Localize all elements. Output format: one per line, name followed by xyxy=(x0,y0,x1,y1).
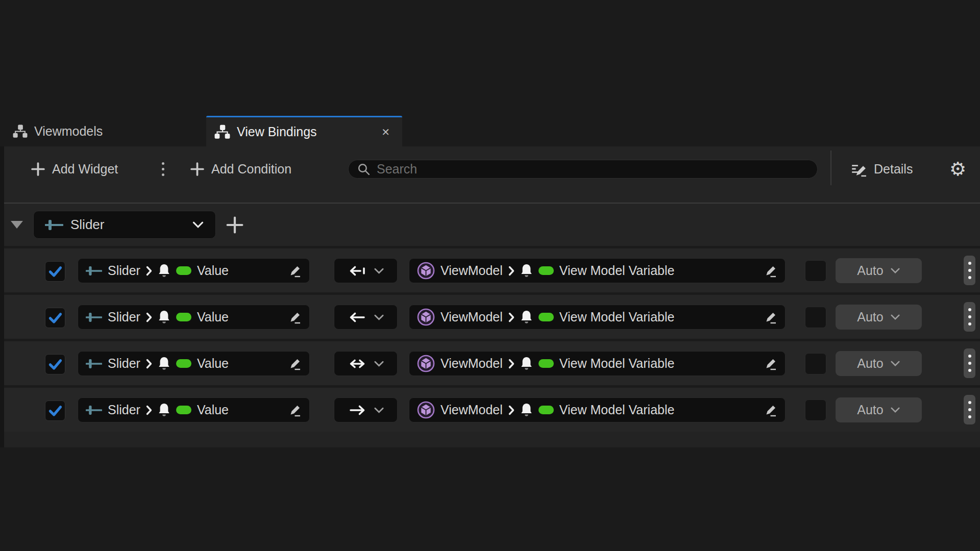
notify-bell-icon xyxy=(520,310,533,325)
edit-pencil-icon[interactable] xyxy=(764,264,777,278)
edit-pencil-icon[interactable] xyxy=(764,357,777,370)
settings-gear-icon[interactable]: ⚙ xyxy=(949,146,966,191)
details-button[interactable]: Details xyxy=(850,146,913,191)
exec-mode-dropdown[interactable]: Auto xyxy=(836,258,922,283)
property-type-pill xyxy=(176,359,191,368)
notify-bell-icon xyxy=(158,310,170,325)
group-expander-triangle-icon[interactable] xyxy=(11,221,23,229)
direction-one-time-to-widget-icon xyxy=(347,265,368,277)
binding-row: Slider Value ViewModel View Model Variab… xyxy=(0,341,980,385)
widget-name: Slider xyxy=(108,310,140,324)
add-widget-options-kebab-icon[interactable] xyxy=(159,159,166,179)
widget-path-button[interactable]: Slider Value xyxy=(78,258,310,283)
viewmodel-path-button[interactable]: ViewModel View Model Variable xyxy=(409,397,786,422)
direction-dropdown[interactable] xyxy=(334,351,398,376)
chevron-right-icon xyxy=(146,405,152,415)
exec-mode-label: Auto xyxy=(857,356,883,371)
secondary-checkbox[interactable] xyxy=(805,307,826,328)
details-edit-icon xyxy=(850,161,867,177)
property-type-pill xyxy=(176,313,191,321)
slider-widget-icon xyxy=(45,220,63,230)
viewmodel-name: ViewModel xyxy=(440,403,503,417)
viewmodel-name: ViewModel xyxy=(440,310,503,324)
viewmodel-path-button[interactable]: ViewModel View Model Variable xyxy=(409,351,786,376)
notify-bell-icon xyxy=(520,356,533,371)
row-options-kebab[interactable] xyxy=(964,256,975,285)
add-condition-label: Add Condition xyxy=(211,162,291,177)
direction-dropdown[interactable] xyxy=(334,258,398,283)
secondary-checkbox[interactable] xyxy=(805,260,826,282)
exec-mode-label: Auto xyxy=(857,263,883,278)
widget-property: Value xyxy=(197,310,229,324)
exec-mode-dropdown[interactable]: Auto xyxy=(836,397,922,422)
secondary-checkbox[interactable] xyxy=(805,353,826,374)
property-type-pill xyxy=(176,266,191,275)
edit-pencil-icon[interactable] xyxy=(288,264,302,278)
search-box[interactable] xyxy=(348,160,818,179)
row-options-kebab[interactable] xyxy=(964,395,975,424)
slider-widget-icon xyxy=(86,313,102,322)
chevron-down-icon xyxy=(890,267,900,274)
chevron-down-icon xyxy=(374,360,384,367)
chevron-down-icon xyxy=(374,267,384,274)
widget-select-dropdown[interactable]: Slider xyxy=(33,211,216,239)
search-input[interactable] xyxy=(377,162,809,177)
direction-dropdown[interactable] xyxy=(334,305,398,330)
close-tab-icon[interactable]: ✕ xyxy=(381,126,390,138)
viewmodel-property: View Model Variable xyxy=(559,263,675,278)
direction-dropdown[interactable] xyxy=(334,397,398,422)
add-binding-button[interactable] xyxy=(225,215,245,235)
tab-viewmodels[interactable]: Viewmodels xyxy=(13,116,103,146)
plus-icon xyxy=(226,216,243,234)
checkmark-icon xyxy=(47,263,63,280)
viewmodel-path-button[interactable]: ViewModel View Model Variable xyxy=(409,305,786,330)
widget-path-button[interactable]: Slider Value xyxy=(78,351,310,376)
widget-name: Slider xyxy=(108,403,140,417)
viewmodel-path-button[interactable]: ViewModel View Model Variable xyxy=(409,258,786,283)
tab-viewmodels-label: Viewmodels xyxy=(34,124,103,139)
notify-bell-icon xyxy=(158,403,170,418)
add-condition-button[interactable]: Add Condition xyxy=(190,146,291,191)
tab-bar: Viewmodels View Bindings ✕ xyxy=(0,116,980,146)
chevron-right-icon xyxy=(146,359,152,369)
widget-tree-icon xyxy=(214,124,230,139)
panel-footer xyxy=(0,432,980,447)
property-type-pill xyxy=(538,359,554,368)
tab-view-bindings[interactable]: View Bindings ✕ xyxy=(206,116,402,146)
plus-icon xyxy=(31,162,45,176)
widget-path-button[interactable]: Slider Value xyxy=(78,397,310,422)
add-widget-button[interactable]: Add Widget xyxy=(31,146,118,191)
binding-rows: Slider Value ViewModel View Model Variab… xyxy=(0,246,980,432)
notify-bell-icon xyxy=(158,263,170,279)
binding-enabled-checkbox[interactable] xyxy=(45,400,65,421)
chevron-down-icon xyxy=(374,407,384,414)
edit-pencil-icon[interactable] xyxy=(288,404,302,417)
property-type-pill xyxy=(538,313,554,321)
checkmark-icon xyxy=(47,356,63,372)
row-options-kebab[interactable] xyxy=(964,302,975,332)
exec-mode-dropdown[interactable]: Auto xyxy=(836,351,922,376)
edit-pencil-icon[interactable] xyxy=(764,404,777,417)
row-options-kebab[interactable] xyxy=(964,348,975,378)
edit-pencil-icon[interactable] xyxy=(288,311,302,324)
secondary-checkbox[interactable] xyxy=(805,399,826,421)
binding-row: Slider Value ViewModel View Model Variab… xyxy=(0,295,980,339)
notify-bell-icon xyxy=(520,403,533,418)
edit-pencil-icon[interactable] xyxy=(288,357,302,370)
widget-name: Slider xyxy=(108,263,140,278)
binding-enabled-checkbox[interactable] xyxy=(45,308,65,328)
binding-enabled-checkbox[interactable] xyxy=(45,261,65,282)
property-type-pill xyxy=(176,406,191,414)
viewmodel-cube-icon xyxy=(417,308,435,326)
widget-property: Value xyxy=(197,403,229,417)
chevron-down-icon xyxy=(890,360,900,367)
widget-group-label: Slider xyxy=(70,217,104,233)
edit-pencil-icon[interactable] xyxy=(764,311,777,324)
direction-one-way-to-source-icon xyxy=(347,404,368,416)
details-label: Details xyxy=(874,162,913,177)
binding-enabled-checkbox[interactable] xyxy=(45,354,65,374)
chevron-right-icon xyxy=(508,359,514,369)
exec-mode-dropdown[interactable]: Auto xyxy=(836,305,922,330)
checkmark-icon xyxy=(47,310,63,326)
widget-path-button[interactable]: Slider Value xyxy=(78,305,310,330)
